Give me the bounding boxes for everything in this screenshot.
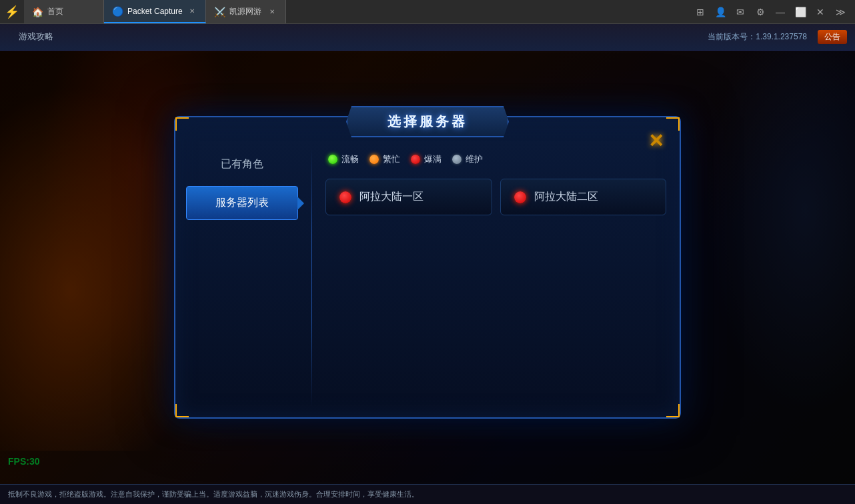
game-tab-icon: ⚔️	[214, 7, 225, 17]
full-dot-icon	[411, 155, 420, 164]
game-area: 游戏攻略 当前版本号：1.39.1.237578 公告 选择服务器 ✕	[0, 24, 855, 504]
dialog-close-button[interactable]: ✕	[642, 128, 669, 155]
smooth-dot-icon	[328, 155, 337, 164]
browser-logo-icon: ⚡	[0, 0, 24, 23]
packet-capture-icon: 🔵	[112, 6, 123, 17]
home-icon: 🏠	[32, 7, 43, 17]
tab-home-label: 首页	[47, 6, 63, 17]
existing-chars-button[interactable]: 已有角色	[186, 148, 298, 181]
close-x-icon: ✕	[648, 132, 664, 151]
dialog-title-background: 选择服务器	[346, 106, 509, 137]
tab-game-label: 凯源网游	[229, 6, 261, 17]
minimize-button[interactable]: —	[771, 3, 790, 21]
dialog-title-area: 选择服务器	[175, 117, 680, 137]
tab-game-close[interactable]: ✕	[267, 7, 277, 17]
maximize-button[interactable]: ⬜	[791, 3, 810, 21]
server-2-button[interactable]: 阿拉大陆二区	[500, 179, 667, 215]
browser-chrome: ⚡ 🏠 首页 🔵 Packet Capture ✕ ⚔️ 凯源网游 ✕ ⊞ 👤 …	[0, 0, 855, 24]
expand-icon[interactable]: ≫	[831, 3, 850, 21]
panel-divider	[311, 148, 312, 407]
server-grid: 阿拉大陆一区 阿拉大陆二区	[323, 176, 669, 218]
maintenance-dot-icon	[452, 155, 462, 164]
notice-button[interactable]: 公告	[818, 30, 847, 44]
full-label: 爆满	[424, 153, 442, 165]
server-1-name: 阿拉大陆一区	[359, 190, 423, 204]
bottom-bar: 抵制不良游戏，拒绝盗版游戏。注意自我保护，谨防受骗上当。适度游戏益脑，沉迷游戏伤…	[0, 484, 855, 504]
dialog-body: 已有角色 服务器列表 流畅 繁忙	[175, 137, 680, 417]
busy-label: 繁忙	[383, 153, 400, 165]
server-2-status-icon	[514, 191, 526, 203]
server-select-dialog: 选择服务器 ✕ 已有角色 服务器列表	[174, 116, 681, 419]
status-maintenance: 维护	[452, 153, 483, 165]
right-panel: 流畅 繁忙 爆满 维护	[317, 148, 669, 407]
grid-icon[interactable]: ⊞	[691, 3, 710, 21]
server-list-button[interactable]: 服务器列表	[186, 186, 298, 220]
tab-home[interactable]: 🏠 首页	[24, 0, 104, 23]
smooth-label: 流畅	[341, 153, 359, 165]
corner-bl-decoration	[175, 404, 189, 417]
server-1-button[interactable]: 阿拉大陆一区	[325, 179, 492, 215]
tab-packet-capture-close[interactable]: ✕	[187, 6, 197, 17]
server-1-status-icon	[339, 191, 351, 203]
bottom-text: 抵制不良游戏，拒绝盗版游戏。注意自我保护，谨防受骗上当。适度游戏益脑，沉迷游戏伤…	[8, 489, 419, 499]
mail-icon[interactable]: ✉	[731, 3, 750, 21]
user-icon[interactable]: 👤	[711, 3, 730, 21]
left-panel: 已有角色 服务器列表	[186, 148, 306, 407]
game-nav-tabs: 游戏攻略	[8, 28, 64, 47]
server-2-name: 阿拉大陆二区	[534, 190, 598, 204]
dialog-title: 选择服务器	[387, 114, 468, 129]
close-button[interactable]: ✕	[811, 3, 830, 21]
status-legend: 流畅 繁忙 爆满 维护	[323, 148, 669, 176]
tab-packet-capture[interactable]: 🔵 Packet Capture ✕	[104, 0, 206, 23]
status-full: 爆满	[411, 153, 442, 165]
status-smooth: 流畅	[328, 153, 359, 165]
maintenance-label: 维护	[466, 153, 483, 165]
busy-dot-icon	[369, 155, 379, 164]
corner-br-decoration	[666, 404, 680, 417]
modal-overlay: 选择服务器 ✕ 已有角色 服务器列表	[0, 51, 855, 484]
settings-icon[interactable]: ⚙	[751, 3, 770, 21]
status-busy: 繁忙	[369, 153, 400, 165]
window-controls: ⊞ 👤 ✉ ⚙ — ⬜ ✕ ≫	[691, 0, 855, 23]
game-top-bar: 游戏攻略 当前版本号：1.39.1.237578 公告	[0, 24, 855, 51]
tab-packet-capture-label: Packet Capture	[127, 7, 183, 16]
game-tab-guide[interactable]: 游戏攻略	[8, 28, 64, 47]
version-text: 当前版本号：1.39.1.237578	[708, 31, 807, 43]
tab-game[interactable]: ⚔️ 凯源网游 ✕	[206, 0, 286, 23]
